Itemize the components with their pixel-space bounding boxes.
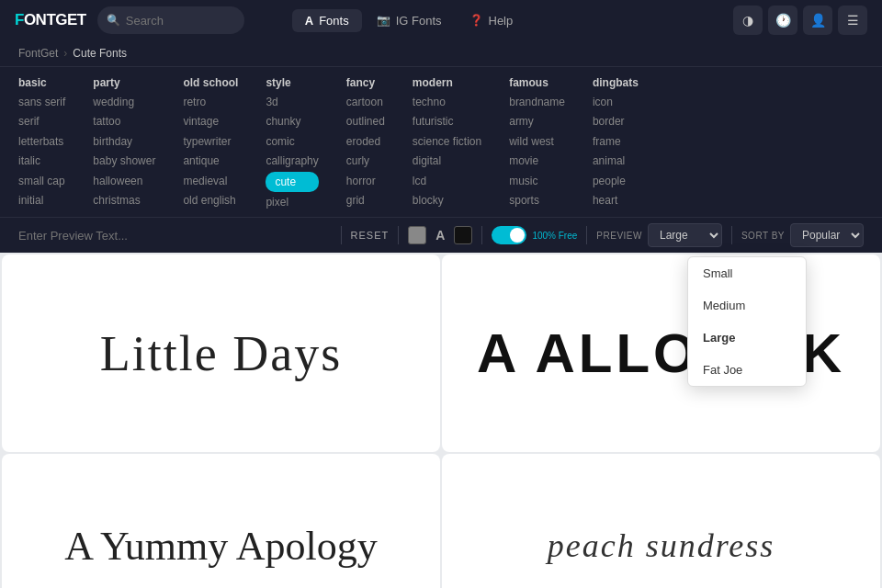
preview-text-input[interactable] <box>18 229 332 243</box>
cat-item-small-cap[interactable]: small cap <box>18 172 65 190</box>
dropdown-item-small[interactable]: Small <box>688 257 806 289</box>
free-toggle[interactable]: 100% Free <box>492 226 577 244</box>
font-display-little-days: Little Days <box>100 325 342 382</box>
cat-item-baby-shower[interactable]: baby shower <box>93 152 155 170</box>
cat-item-pixel[interactable]: pixel <box>266 193 318 211</box>
search-bar[interactable]: 🔍 <box>97 6 244 34</box>
cat-item-sans-serif[interactable]: sans serif <box>18 93 65 111</box>
cat-item-chunky[interactable]: chunky <box>266 112 318 130</box>
reset-button[interactable]: RESET <box>351 230 390 241</box>
preview-size-dropdown[interactable]: Small Medium Large Fat Joe <box>687 256 807 387</box>
breadcrumb-separator: › <box>63 47 67 60</box>
user-icon-button[interactable]: 👤 <box>803 6 832 35</box>
cat-item-birthday[interactable]: birthday <box>93 132 155 151</box>
cat-item-cartoon[interactable]: cartoon <box>346 93 385 111</box>
cat-item-blocky[interactable]: blocky <box>413 191 481 209</box>
color-swatch-light[interactable] <box>408 226 426 244</box>
cat-item-digital[interactable]: digital <box>413 152 481 170</box>
font-display-yummy-apology: A Yummy Apology <box>64 523 378 570</box>
cat-item-outlined[interactable]: outlined <box>346 112 385 130</box>
cat-item-serif[interactable]: serif <box>18 112 65 130</box>
nav-help-button[interactable]: ❓ Help <box>457 9 526 32</box>
cat-item-3d[interactable]: 3d <box>266 93 318 111</box>
sort-label: SORT BY <box>741 231 785 241</box>
cat-item-animal[interactable]: animal <box>593 152 639 170</box>
toolbar-divider5 <box>731 226 732 244</box>
cat-item-tattoo[interactable]: tattoo <box>93 112 155 130</box>
toolbar-divider <box>341 226 342 244</box>
cat-item-brandname[interactable]: brandname <box>509 93 565 111</box>
cat-item-typewriter[interactable]: typewriter <box>183 132 238 151</box>
dropdown-item-fat-joe[interactable]: Fat Joe <box>688 354 806 386</box>
font-card-little-days[interactable]: Little Days <box>2 254 440 452</box>
cat-item-curly[interactable]: curly <box>346 152 385 170</box>
search-input[interactable] <box>126 14 235 28</box>
cat-item-initial[interactable]: initial <box>18 191 65 209</box>
cat-item-retro[interactable]: retro <box>183 93 238 111</box>
cat-item-horror[interactable]: horror <box>346 172 385 190</box>
cat-item-frame[interactable]: frame <box>593 132 639 151</box>
nav-ig-fonts-button[interactable]: 📷 IG Fonts <box>364 9 455 32</box>
cat-item-eroded[interactable]: eroded <box>346 132 385 151</box>
ig-icon: 📷 <box>377 14 390 27</box>
toggle-track[interactable] <box>492 226 526 244</box>
cat-item-border[interactable]: border <box>593 112 639 130</box>
nav-fonts-button[interactable]: A Fonts <box>292 9 362 32</box>
preview-select-group: PREVIEW Small Medium Large Fat Joe <box>596 223 722 247</box>
cat-item-grid[interactable]: grid <box>346 191 385 209</box>
cat-group-title: old school <box>183 76 238 89</box>
cat-item-people[interactable]: people <box>593 172 639 190</box>
cat-group-title: modern <box>413 76 481 89</box>
cat-item-comic[interactable]: comic <box>266 132 318 151</box>
font-card-yummy-apology[interactable]: A Yummy Apology <box>2 454 440 588</box>
contrast-icon-button[interactable]: ◑ <box>733 6 763 35</box>
cat-item-science-fiction[interactable]: science fiction <box>413 132 481 151</box>
cat-item-calligraphy[interactable]: calligraphy <box>266 152 318 170</box>
cat-item-army[interactable]: army <box>509 112 565 130</box>
menu-icon-button[interactable]: ☰ <box>838 6 867 35</box>
cat-item-vintage[interactable]: vintage <box>183 112 238 130</box>
category-group-old-school: old school retro vintage typewriter anti… <box>183 76 238 211</box>
breadcrumb-parent[interactable]: FontGet <box>18 47 58 60</box>
cat-item-antique[interactable]: antique <box>183 152 238 170</box>
cat-item-wild-west[interactable]: wild west <box>509 132 565 151</box>
toolbar-divider2 <box>398 226 399 244</box>
cat-group-title: dingbats <box>593 76 639 89</box>
category-group-dingbats: dingbats icon border frame animal people… <box>593 76 639 211</box>
cat-item-futuristic[interactable]: futuristic <box>413 112 481 130</box>
cat-item-heart[interactable]: heart <box>593 191 639 209</box>
cat-item-icon[interactable]: icon <box>593 93 639 111</box>
dropdown-item-large[interactable]: Large <box>688 322 806 354</box>
color-swatch-dark[interactable] <box>454 226 472 244</box>
cat-item-music[interactable]: music <box>509 172 565 190</box>
help-icon: ❓ <box>469 14 483 27</box>
breadcrumb-current: Cute Fonts <box>73 47 127 60</box>
cat-item-sports[interactable]: sports <box>509 191 565 209</box>
cat-item-letterbats[interactable]: letterbats <box>18 132 65 151</box>
logo[interactable]: FONTGET <box>15 11 86 29</box>
preview-size-select[interactable]: Small Medium Large Fat Joe <box>648 223 722 247</box>
dropdown-item-medium[interactable]: Medium <box>688 289 806 322</box>
sort-by-select[interactable]: Popular Newest A-Z <box>790 223 864 247</box>
cat-item-techno[interactable]: techno <box>413 93 481 111</box>
cat-item-old-english[interactable]: old english <box>183 191 238 209</box>
cat-item-halloween[interactable]: halloween <box>93 172 155 190</box>
toolbar: RESET A 100% Free PREVIEW Small Medium L… <box>0 217 882 253</box>
breadcrumb: FontGet › Cute Fonts <box>0 40 882 67</box>
sort-select-group: SORT BY Popular Newest A-Z <box>741 223 864 247</box>
cat-item-cute[interactable]: cute <box>266 172 318 192</box>
font-display-peach-sundress: peach sundress <box>548 526 775 565</box>
font-card-peach-sundress[interactable]: peach sundress <box>442 454 880 588</box>
cat-item-italic[interactable]: italic <box>18 152 65 170</box>
font-card-allop-punk[interactable]: A ALLOP UK <box>442 254 880 452</box>
cat-item-movie[interactable]: movie <box>509 152 565 170</box>
cat-item-lcd[interactable]: lcd <box>413 172 481 190</box>
cat-item-medieval[interactable]: medieval <box>183 172 238 190</box>
cat-item-christmas[interactable]: christmas <box>93 191 155 209</box>
history-icon-button[interactable]: 🕐 <box>768 6 797 35</box>
category-nav: basic sans serif serif letterbats italic… <box>0 67 882 217</box>
category-group-basic: basic sans serif serif letterbats italic… <box>18 76 65 211</box>
cat-item-wedding[interactable]: wedding <box>93 93 155 111</box>
cat-group-title: party <box>93 76 155 89</box>
cat-group-title: basic <box>18 76 65 89</box>
